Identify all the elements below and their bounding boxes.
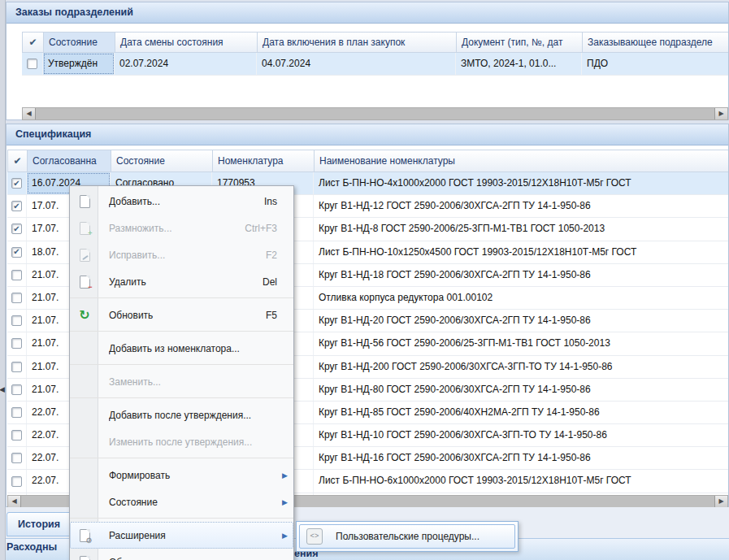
specification-panel-title: Спецификация: [7, 124, 728, 145]
row-checkbox[interactable]: [11, 247, 22, 258]
spec-name-cell[interactable]: Круг В1-НД-56 ГОСТ 2590-2006/25-3ГП-М1-Т…: [314, 332, 728, 354]
collapse-left-icon[interactable]: ◀: [0, 385, 5, 393]
menu-item-формировать[interactable]: Формировать▶: [70, 462, 293, 488]
row-checkbox[interactable]: [11, 270, 22, 280]
column-header-agreed-date[interactable]: Согласованна: [28, 150, 111, 171]
row-checkbox[interactable]: [11, 476, 22, 487]
menu-item-обновить[interactable]: ↻ОбновитьF5: [70, 302, 293, 328]
spec-row-checkbox-cell: [7, 172, 27, 194]
spec-row-checkbox-cell: [7, 287, 27, 309]
spec-row-checkbox-cell: [7, 241, 27, 263]
row-checkbox[interactable]: [11, 430, 22, 441]
row-checkbox[interactable]: [11, 384, 22, 395]
spec-name-cell[interactable]: Круг В1-НД-8 ГОСТ 2590-2006/25-3ГП-М1-ТВ…: [314, 218, 728, 240]
column-header-state[interactable]: Состояние: [44, 33, 115, 52]
column-header-state[interactable]: Состояние: [111, 150, 213, 171]
menu-separator: [70, 297, 293, 298]
refresh-icon: ↻: [79, 309, 89, 322]
tab-history[interactable]: История: [7, 512, 72, 536]
order-department-cell[interactable]: ПДО: [582, 53, 728, 75]
menu-separator: [70, 397, 293, 398]
scroll-left-icon[interactable]: ◀: [8, 496, 21, 507]
menu-item-label: Размножить...: [109, 223, 245, 234]
row-checkbox[interactable]: [11, 362, 22, 372]
column-header-plan-date[interactable]: Дата включения в план закупок: [258, 33, 457, 52]
menu-item-изменить-после-утверждения-[interactable]: Изменить после утверждения...: [70, 428, 293, 455]
select-all-column-header[interactable]: ✔: [23, 33, 44, 52]
menu-item-добавить-после-утверждения-[interactable]: Добавить после утверждения...: [70, 402, 293, 428]
select-all-column-header[interactable]: ✔: [8, 150, 28, 171]
spec-name-cell[interactable]: Круг В1-НД-12 ГОСТ 2590-2006/30ХГСА-2ГП …: [314, 195, 728, 217]
menu-item-shortcut: Ctrl+F3: [245, 223, 277, 234]
row-checkbox[interactable]: [11, 338, 22, 349]
spec-name-cell[interactable]: Круг В1-НД-20 ГОСТ 2590-2006/30ХГСА-2ГП …: [314, 310, 728, 332]
edit-document-icon: [80, 249, 90, 262]
scroll-left-icon[interactable]: ◀: [23, 108, 36, 119]
spec-name-cell[interactable]: Круг В1-НД-18 ГОСТ 2590-2006/30ХГСА-2ГП …: [314, 264, 728, 286]
menu-item-shortcut: Ins: [264, 196, 277, 207]
order-state-change-date-cell[interactable]: 02.07.2024: [115, 53, 257, 75]
order-state-cell[interactable]: Утверждён: [43, 53, 115, 75]
spec-name-cell[interactable]: Круг В1-НД-10 ГОСТ 2590-2006/30ХГСА-3ГП-…: [314, 424, 728, 446]
extensions-document-icon: [80, 529, 90, 542]
edit-document-icon: [73, 249, 96, 262]
duplicate-document-icon: [80, 222, 90, 235]
menu-item-label: Добавить после утверждения...: [109, 410, 277, 421]
menu-item-user-procedures[interactable]: <> Пользовательские процедуры...: [299, 524, 515, 549]
scroll-right-icon[interactable]: ▶: [714, 108, 727, 119]
menu-item-label: Заменить...: [109, 376, 277, 388]
spec-row-checkbox-cell: [7, 310, 27, 332]
spec-name-cell[interactable]: Отливка корпуса редуктора 001.00102: [314, 287, 728, 309]
orders-horizontal-scrollbar[interactable]: ◀ ▶: [22, 107, 728, 120]
spec-name-cell[interactable]: Лист Б-ПН-НО-10х1250х4500 ГОСТ 19903-201…: [314, 241, 728, 263]
row-checkbox[interactable]: [27, 59, 37, 69]
checkmark-icon: ✔: [28, 37, 37, 48]
menu-item-заменить-[interactable]: Заменить...: [70, 368, 293, 395]
row-checkbox[interactable]: [11, 224, 22, 234]
spec-name-cell[interactable]: Лист Б-ПН-НО-6х1000х2000 ГОСТ 19903-2015…: [314, 470, 728, 492]
row-checkbox[interactable]: [11, 178, 22, 189]
menu-separator: [70, 518, 293, 519]
spec-name-cell[interactable]: Круг В1-НД-200 ГОСТ 2590-2006/30ХГСА-3ГП…: [314, 356, 728, 378]
column-header-document[interactable]: Документ (тип, №, дат: [457, 33, 583, 52]
menu-item-добавить-из-номенклатора-[interactable]: Добавить из номенклатора...: [70, 335, 293, 362]
spec-row-checkbox-cell: [7, 218, 27, 240]
menu-item-обмен[interactable]: Обмен▶: [70, 549, 293, 560]
order-row[interactable]: Утверждён 02.07.2024 04.07.2024 ЗМТО, 20…: [22, 53, 728, 76]
spec-name-cell[interactable]: Лист Б-ПН-НО-4х1000х2000 ГОСТ 19903-2015…: [314, 172, 728, 194]
scroll-right-icon[interactable]: ▶: [714, 496, 727, 507]
column-header-department[interactable]: Заказывающее подразделе: [583, 33, 728, 52]
menu-item-состояние[interactable]: Состояние▶: [70, 488, 293, 515]
column-header-nomenclature[interactable]: Номенклатура: [213, 150, 315, 171]
row-checkbox[interactable]: [11, 293, 22, 303]
spec-name-cell[interactable]: Круг В1-НД-85 ГОСТ 2590-2006/40ХН2МА-2ГП…: [314, 402, 728, 423]
row-checkbox[interactable]: [11, 315, 22, 326]
delete-document-icon: [73, 276, 96, 289]
menu-item-shortcut: Del: [263, 276, 277, 288]
row-checkbox[interactable]: [11, 407, 22, 418]
orders-table-header: ✔ Состояние Дата смены состояния Дата вк…: [22, 32, 728, 53]
menu-item-добавить-[interactable]: Добавить...Ins: [70, 188, 293, 215]
row-checkbox[interactable]: [11, 201, 22, 211]
checkmark-icon: ✔: [13, 155, 21, 167]
menu-item-label: Добавить...: [109, 196, 264, 207]
spec-name-cell[interactable]: Круг В1-НД-80 ГОСТ 2590-2006/30ХГСА-2ГП …: [314, 379, 728, 401]
extensions-document-icon: [73, 529, 96, 542]
row-checkbox[interactable]: [11, 453, 22, 463]
user-procedures-icon: <>: [306, 528, 323, 545]
left-splitter[interactable]: ◀: [0, 0, 6, 560]
menu-item-размножить-[interactable]: Размножить...Ctrl+F3: [70, 215, 293, 241]
order-document-cell[interactable]: ЗМТО, 2024-1, 01.0...: [456, 53, 582, 75]
spec-name-cell[interactable]: Круг В1-НД-16 ГОСТ 2590-2006/30ХГСА-2ГП …: [314, 447, 728, 469]
menu-item-label: Пользовательские процедуры...: [336, 531, 479, 542]
column-header-nomenclature-name[interactable]: Наименование номенклатуры: [315, 150, 728, 171]
menu-item-исправить-[interactable]: Исправить...F2: [70, 241, 293, 268]
menu-item-расширения[interactable]: Расширения▶: [70, 522, 293, 549]
order-plan-date-cell[interactable]: 04.07.2024: [257, 53, 456, 75]
orders-table-body: Утверждён 02.07.2024 04.07.2024 ЗМТО, 20…: [22, 53, 728, 76]
exchange-document-icon: [73, 556, 96, 560]
menu-item-удалить[interactable]: УдалитьDel: [70, 268, 293, 295]
submenu-arrow-icon: ▶: [282, 471, 293, 480]
menu-item-label: Состояние: [109, 497, 277, 508]
column-header-state-change-date[interactable]: Дата смены состояния: [115, 33, 258, 52]
